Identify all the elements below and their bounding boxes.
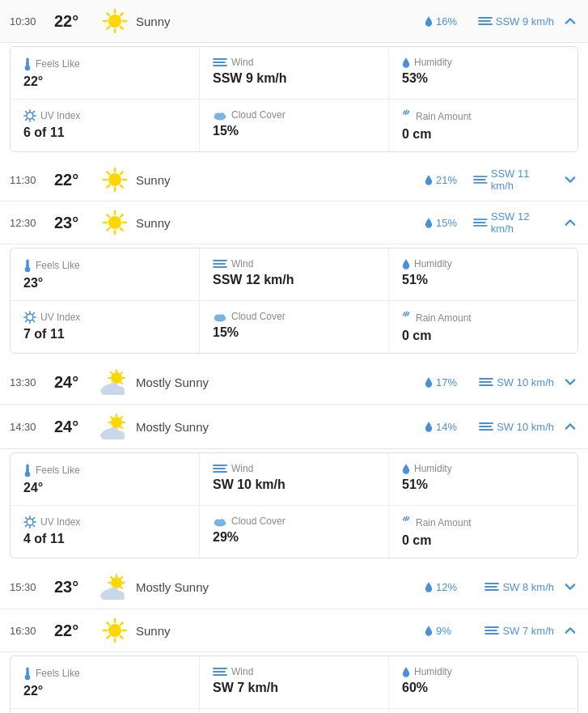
rain-amount-cell: Rain Amount 0 cm: [389, 506, 577, 558]
hour-wind: SSW 11 km/h: [473, 168, 562, 192]
svg-rect-112: [26, 469, 28, 473]
svg-line-99: [111, 417, 112, 418]
svg-line-51: [121, 228, 123, 231]
svg-line-52: [121, 214, 123, 217]
svg-line-41: [107, 185, 109, 188]
hour-desc: Mostly Sunny: [131, 420, 425, 434]
svg-line-85: [121, 372, 122, 374]
hour-time: 10:30: [10, 15, 54, 28]
svg-line-50: [107, 214, 109, 217]
wind-label: Wind: [213, 258, 375, 269]
humidity-label: Humidity: [402, 463, 565, 474]
rain-amount-cell: Rain Amount 0 cm: [389, 100, 577, 151]
cloud-cover-value: 29%: [213, 530, 375, 545]
svg-line-32: [408, 111, 409, 113]
weather-hour-row[interactable]: 14:30 24° Mostly Sunny 14% SW 10 km/h: [0, 405, 588, 449]
feels-like-label: Feels Like: [23, 57, 186, 71]
svg-line-77: [408, 312, 409, 315]
rain-amount-label: Rain Amount: [402, 516, 565, 530]
uv-index-label: UV Index: [23, 109, 186, 122]
svg-point-127: [219, 519, 225, 524]
hour-wind: SSW 12 km/h: [473, 210, 562, 235]
humidity-label: Humidity: [402, 258, 565, 269]
svg-line-24: [33, 119, 35, 121]
detail-panel: Feels Like 22° Wind SSW 9 km/h: [10, 46, 578, 152]
feels-like-label: Feels Like: [23, 666, 186, 681]
humidity-value: 51%: [402, 477, 565, 492]
collapse-button[interactable]: [562, 14, 578, 28]
svg-line-154: [121, 622, 123, 625]
feels-like-cell: Feels Like 22°: [11, 47, 200, 99]
svg-point-29: [219, 112, 225, 117]
hour-wind: SW 10 km/h: [473, 376, 562, 388]
collapse-button[interactable]: [562, 419, 578, 434]
svg-line-123: [33, 518, 35, 520]
svg-line-30: [404, 111, 405, 113]
svg-point-74: [219, 314, 225, 319]
wind-value: SW 7 km/h: [213, 681, 375, 695]
svg-line-76: [405, 312, 407, 316]
svg-line-84: [121, 382, 122, 384]
hour-rain: 21%: [425, 174, 473, 186]
humidity-value: 53%: [402, 71, 565, 86]
humidity-label: Humidity: [402, 666, 565, 677]
svg-line-100: [121, 427, 122, 428]
feels-like-cell: Feels Like 24°: [11, 453, 200, 505]
expand-button[interactable]: [562, 579, 578, 594]
weather-hour-row[interactable]: 10:30 22° Sunny 16% SSW 9 km/h: [0, 0, 588, 43]
svg-line-25: [33, 112, 35, 113]
hour-wind: SW 10 km/h: [473, 421, 562, 433]
humidity-value: 51%: [402, 273, 565, 287]
hour-temp: 22°: [54, 622, 99, 640]
svg-rect-59: [26, 265, 28, 268]
hour-temp: 23°: [54, 578, 99, 596]
svg-point-63: [27, 314, 33, 320]
rain-amount-label: Rain Amount: [402, 311, 565, 325]
uv-index-value: 7 of 11: [23, 327, 186, 342]
weather-hour-row[interactable]: 13:30 24° Mostly Sunny 17% SW 10 km/h: [0, 360, 588, 405]
svg-line-83: [111, 372, 112, 374]
wind-value: SW 10 km/h: [213, 477, 375, 492]
svg-line-40: [121, 172, 123, 174]
hour-desc: Sunny: [131, 624, 425, 638]
svg-line-128: [404, 517, 405, 520]
svg-line-130: [408, 517, 409, 520]
feels-like-cell: Feels Like 23°: [11, 248, 200, 300]
expand-button[interactable]: [562, 375, 578, 389]
rain-amount-cell: Rain Amount 0 cm: [389, 301, 577, 353]
hour-temp: 22°: [54, 171, 99, 189]
svg-point-147: [108, 624, 121, 637]
collapse-button[interactable]: [562, 623, 578, 638]
hour-time: 11:30: [10, 174, 54, 186]
uv-index-label: UV Index: [23, 311, 186, 324]
feels-like-cell: Feels Like 22°: [11, 656, 200, 708]
cloud-cover-label: Cloud Cover: [213, 311, 375, 322]
svg-line-26: [26, 119, 27, 121]
hour-desc: Mostly Sunny: [131, 376, 425, 389]
svg-line-70: [33, 313, 35, 315]
weather-hour-row[interactable]: 16:30 22° Sunny 9% SW 7 km/h: [0, 609, 588, 652]
svg-point-45: [108, 216, 121, 229]
weather-hour-row[interactable]: 15:30 23° Mostly Sunny 12% SW 8 km/h: [0, 565, 588, 609]
svg-point-143: [108, 588, 119, 596]
wind-cell: Wind SSW 12 km/h: [200, 248, 389, 300]
collapse-button[interactable]: [562, 215, 578, 230]
weather-hour-row[interactable]: 11:30 22° Sunny 21% SSW 11 km/h: [0, 159, 588, 202]
wind-label: Wind: [213, 57, 375, 68]
hour-desc: Sunny: [131, 216, 425, 230]
rain-amount-value: 0 cm: [402, 127, 565, 142]
hour-rain: 17%: [425, 376, 473, 388]
svg-line-5: [107, 13, 109, 15]
uv-index-cell: UV Index 1 of 11: [11, 709, 200, 713]
svg-line-71: [26, 320, 27, 322]
weather-icon: [99, 413, 131, 440]
humidity-label: Humidity: [402, 57, 565, 68]
cloud-cover-cell: Cloud Cover 15%: [200, 301, 389, 353]
wind-value: SSW 12 km/h: [213, 273, 375, 287]
feels-like-value: 24°: [23, 481, 186, 495]
expand-button[interactable]: [562, 172, 578, 187]
weather-hour-row[interactable]: 12:30 23° Sunny 15% SSW 12 km/h: [0, 202, 588, 244]
hour-wind: SSW 9 km/h: [473, 15, 562, 28]
hour-rain: 14%: [425, 421, 473, 433]
svg-line-69: [33, 320, 35, 322]
